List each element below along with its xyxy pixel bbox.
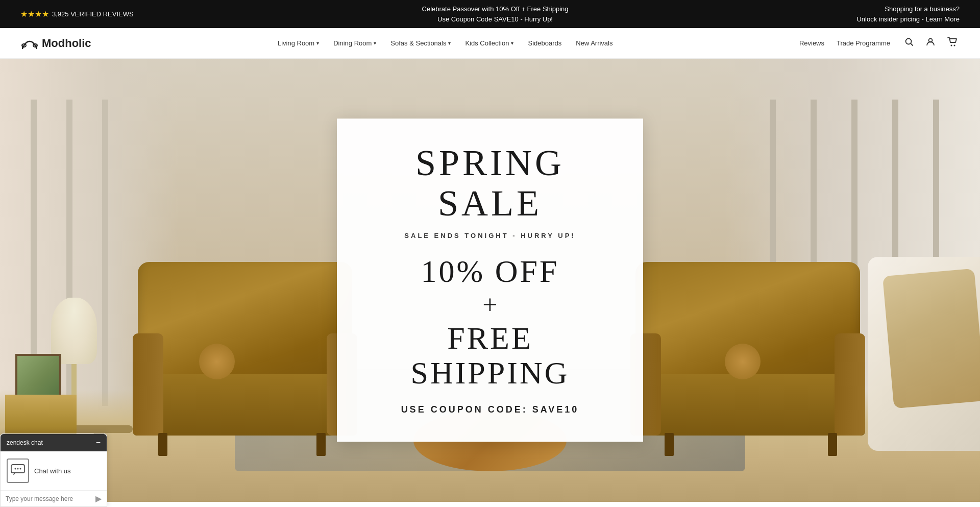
window-column-3 [102,100,108,406]
message-icon [11,464,25,475]
sale-coupon: USE COUPON CODE: SAVE10 [368,405,612,416]
sofa-right-seat [630,374,865,436]
send-icon: ▶ [95,494,102,502]
logo-text: Modholic [42,37,91,50]
main-nav: Living Room ▾ Dining Room ▾ Sofas & Sect… [278,37,613,49]
hero-section: SPRING SALE SALE ENDS TONIGHT - HURRY UP… [0,59,980,502]
cart-button[interactable] [945,35,960,51]
chat-input[interactable] [6,495,92,502]
chevron-down-icon: ▾ [374,40,376,46]
sofa-leg-2 [316,433,326,456]
sale-panel: SPRING SALE SALE ENDS TONIGHT - HURRY UP… [337,118,643,442]
chevron-down-icon: ▾ [511,40,513,46]
nav-living-room-label: Living Room [278,39,314,47]
svg-point-5 [951,45,952,46]
svg-point-10 [20,468,21,470]
minimize-icon: − [96,438,101,447]
sale-offer-line1: 10% OFF [368,254,612,289]
header: Modholic Living Room ▾ Dining Room ▾ Sof… [0,28,980,59]
reviews-text: 3,925 VERIFIED REVIEWS [52,10,134,18]
sale-subtitle: SALE ENDS TONIGHT - HURRY UP! [368,232,612,240]
star-rating: ★★★★ [20,9,49,19]
pillow-left [199,344,235,379]
nav-new-arrivals-label: New Arrivals [576,39,612,47]
chat-body: Chat with us [1,451,107,491]
business-message: Shopping for a business? Unlock insider … [856,4,960,24]
cart-icon [947,37,958,46]
business-line1: Shopping for a business? [856,4,960,14]
chevron-down-icon: ▾ [316,40,319,46]
search-button[interactable] [902,35,916,51]
chat-bubble-icon [7,458,29,483]
white-sofa-right [868,257,980,451]
account-button[interactable] [924,35,937,51]
chat-widget: zendesk chat − Chat with us ▶ [0,433,107,502]
chat-send-button[interactable]: ▶ [95,494,102,502]
reviews-section: ★★★★ 3,925 VERIFIED REVIEWS [20,9,134,19]
announcement-bar: ★★★★ 3,925 VERIFIED REVIEWS Celebrate Pa… [0,0,980,28]
nav-sideboards[interactable]: Sideboards [528,37,561,49]
nav-reviews[interactable]: Reviews [799,39,824,47]
chat-header: zendesk chat − [1,434,107,451]
nav-kids-collection[interactable]: Kids Collection ▾ [465,37,513,49]
sofa-right-arm-right [835,333,865,436]
svg-point-6 [954,45,955,46]
logo[interactable]: Modholic [20,34,91,53]
nav-new-arrivals[interactable]: New Arrivals [576,37,612,49]
chat-minimize-button[interactable]: − [96,438,101,447]
nav-living-room[interactable]: Living Room ▾ [278,37,319,49]
logo-icon [20,34,39,53]
sofa-leg-4 [665,433,674,456]
nav-sideboards-label: Sideboards [528,39,561,47]
svg-line-3 [911,44,913,46]
sofa-left-seat [133,374,357,436]
nav-right: Reviews Trade Programme [799,35,960,51]
nav-trade-programme[interactable]: Trade Programme [837,39,890,47]
svg-point-2 [906,39,912,44]
svg-point-9 [17,468,19,470]
chat-header-label: zendesk chat [7,439,43,446]
nav-icons [902,35,960,51]
sale-plus: + [368,289,612,321]
sofa-left-arm [133,333,163,436]
nav-dining-room-label: Dining Room [333,39,372,47]
sale-title: SPRING SALE [368,143,612,224]
chevron-down-icon: ▾ [448,40,451,46]
search-icon [904,37,914,46]
pillow-right [725,344,761,379]
chat-with-us-label: Chat with us [34,467,71,475]
nav-dining-room[interactable]: Dining Room ▾ [333,37,376,49]
nav-kids-label: Kids Collection [465,39,509,47]
sofa-leg-1 [158,433,167,456]
promo-line2: Use Coupon Code SAVE10 - Hurry Up! [422,14,569,25]
sale-offer-line2: FREE SHIPPING [368,321,612,390]
svg-point-8 [15,468,16,470]
sofa-leg-3 [828,433,837,456]
nav-sofas-label: Sofas & Sectionals [390,39,446,47]
promo-line1: Celebrate Passover with 10% Off + Free S… [422,4,569,14]
chat-input-row: ▶ [1,491,107,502]
business-line2: Unlock insider pricing - Learn More [856,14,960,25]
promo-message: Celebrate Passover with 10% Off + Free S… [422,4,569,24]
nav-sofas-sectionals[interactable]: Sofas & Sectionals ▾ [390,37,451,49]
account-icon [926,37,935,46]
